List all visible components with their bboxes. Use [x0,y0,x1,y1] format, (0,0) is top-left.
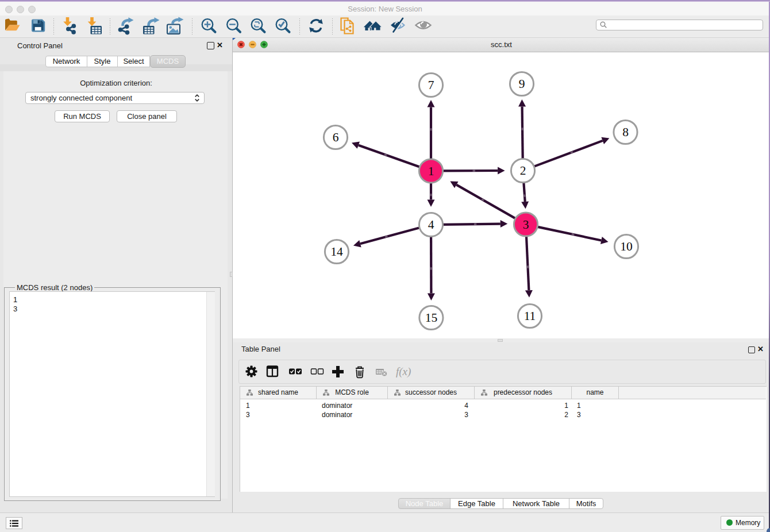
svg-text:9: 9 [519,77,525,91]
svg-text:10: 10 [620,240,633,253]
svg-text:6: 6 [333,130,339,144]
svg-text:2: 2 [520,164,526,178]
svg-text:1: 1 [428,164,434,178]
svg-text:7: 7 [428,78,434,92]
svg-text:14: 14 [330,245,343,259]
svg-text:f(x): f(x) [396,365,411,378]
svg-text:8: 8 [622,125,629,139]
svg-text:3: 3 [523,218,529,232]
svg-text:4: 4 [428,218,434,232]
svg-text:15: 15 [425,311,438,325]
svg-text:11: 11 [524,309,536,323]
